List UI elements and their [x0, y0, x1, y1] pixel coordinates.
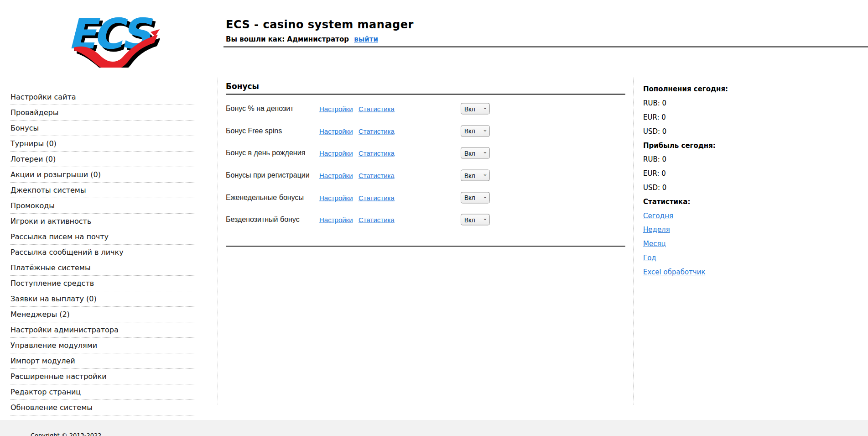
bonus-list: Бонус % на депозит Настройки Статистика …	[226, 98, 625, 231]
bonus-row-registration: Бонусы при регистрации Настройки Статист…	[226, 164, 625, 187]
section-title: Бонусы	[226, 82, 259, 91]
bonus-toggle-select[interactable]: Вкл	[461, 147, 490, 159]
bonus-label: Бонусы при регистрации	[226, 171, 310, 179]
sidebar-item-payout-requests[interactable]: Заявки на выплату (0)	[10, 291, 194, 307]
bonus-label: Бонус % на депозит	[226, 105, 294, 113]
stats-week-link[interactable]: Неделя	[643, 226, 670, 234]
statistics-link[interactable]: Статистика	[359, 149, 395, 157]
sidebar-item-promocodes[interactable]: Промокоды	[10, 198, 194, 214]
bonus-toggle-wrap: Вкл ⌄	[461, 103, 490, 115]
profit-today-title: Прибыль сегодня:	[643, 138, 794, 152]
bonus-toggle-select[interactable]: Вкл	[461, 214, 490, 226]
sidebar-item-module-import[interactable]: Импорт модулей	[10, 353, 194, 369]
sidebar-item-lotteries[interactable]: Лотереи (0)	[10, 152, 194, 167]
bonus-label: Бонус Free spins	[226, 127, 282, 135]
sidebar-item-players[interactable]: Игроки и активность	[10, 214, 194, 229]
bonus-toggle-select[interactable]: Вкл	[461, 192, 490, 203]
settings-link[interactable]: Настройки	[319, 127, 353, 135]
bonus-row-birthday: Бонус в день рождения Настройки Статисти…	[226, 142, 625, 164]
sidebar-item-module-manage[interactable]: Управление модулями	[10, 338, 194, 353]
deposits-today-title: Пополнения сегодня:	[643, 82, 794, 96]
sidebar-item-tournaments[interactable]: Турниры (0)	[10, 136, 194, 152]
statistics-link[interactable]: Статистика	[359, 127, 395, 135]
bonus-toggle-wrap: Вкл ⌄	[461, 192, 490, 203]
settings-link[interactable]: Настройки	[319, 216, 353, 224]
statistics-link[interactable]: Статистика	[359, 194, 395, 201]
deposits-eur: EUR: 0	[643, 110, 794, 125]
bonus-row-no-deposit: Бездепозитный бонус Настройки Статистика…	[226, 209, 625, 231]
footer: Copyright © 2013-2022	[0, 420, 868, 436]
stats-excel-link[interactable]: Excel обработчик	[643, 268, 705, 276]
right-divider	[633, 78, 634, 405]
bonus-row-weekly: Еженедельные бонусы Настройки Статистика…	[226, 186, 625, 209]
bonus-row-deposit-percent: Бонус % на депозит Настройки Статистика …	[226, 98, 625, 120]
section-bottom-divider	[226, 246, 625, 247]
sidebar-item-admin-settings[interactable]: Настройки администратора	[10, 322, 194, 338]
stats-today-link[interactable]: Сегодня	[643, 212, 673, 220]
settings-link[interactable]: Настройки	[319, 149, 353, 157]
sidebar-item-advanced[interactable]: Расширенные настройки	[10, 369, 194, 384]
bonus-toggle-select[interactable]: Вкл	[461, 125, 490, 137]
sidebar-item-incoming-funds[interactable]: Поступление средств	[10, 276, 194, 291]
bonus-toggle-wrap: Вкл ⌄	[461, 147, 490, 159]
section-title-divider	[226, 94, 625, 95]
bonus-toggle-select[interactable]: Вкл	[461, 103, 490, 115]
profit-eur: EUR: 0	[643, 167, 794, 181]
statistics-link[interactable]: Статистика	[359, 105, 395, 113]
stats-panel: Пополнения сегодня: RUB: 0 EUR: 0 USD: 0…	[643, 82, 794, 279]
ecs-logo[interactable]: ECS ECS	[63, 6, 160, 68]
settings-link[interactable]: Настройки	[319, 105, 353, 113]
ecs-logo-icon: ECS ECS	[63, 6, 160, 68]
sidebar-item-site-settings[interactable]: Настройки сайта	[10, 89, 194, 105]
bonus-toggle-wrap: Вкл ⌄	[461, 125, 490, 137]
settings-link[interactable]: Настройки	[319, 172, 353, 179]
bonus-label: Бонус в день рождения	[226, 149, 305, 157]
profit-rub: RUB: 0	[643, 152, 794, 167]
statistics-link[interactable]: Статистика	[359, 216, 395, 224]
sidebar-item-providers[interactable]: Провайдеры	[10, 105, 194, 121]
sidebar-item-jackpots[interactable]: Джекпоты системы	[10, 183, 194, 198]
deposits-usd: USD: 0	[643, 124, 794, 138]
sidebar-item-bonuses[interactable]: Бонусы	[10, 121, 194, 136]
login-status: Вы вошли как: Администратор выйти	[226, 35, 378, 43]
sidebar-item-managers[interactable]: Менеджеры (2)	[10, 307, 194, 322]
stats-month-link[interactable]: Месяц	[643, 240, 666, 248]
header-divider	[223, 46, 868, 47]
logout-link[interactable]: выйти	[354, 35, 378, 43]
sidebar-item-payment-systems[interactable]: Платёжные системы	[10, 260, 194, 276]
stats-year-link[interactable]: Год	[643, 254, 656, 262]
bonus-toggle-wrap: Вкл ⌄	[461, 214, 490, 226]
statistics-link[interactable]: Статистика	[359, 172, 395, 179]
sidebar-item-system-update[interactable]: Обновление системы	[10, 400, 194, 415]
login-status-text: Вы вошли как: Администратор	[226, 35, 349, 43]
profit-usd: USD: 0	[643, 181, 794, 195]
sidebar-item-page-editor[interactable]: Редактор страниц	[10, 384, 194, 400]
left-divider	[218, 78, 218, 405]
sidebar-item-email-mailing[interactable]: Рассылка писем на почту	[10, 229, 194, 245]
statistics-title: Статистика:	[643, 194, 794, 209]
bonus-label: Еженедельные бонусы	[226, 194, 304, 202]
deposits-rub: RUB: 0	[643, 96, 794, 110]
sidebar-item-pm-mailing[interactable]: Рассылка сообщений в личку	[10, 245, 194, 260]
copyright-text: Copyright © 2013-2022	[31, 432, 102, 436]
page-title: ECS - casino system manager	[226, 18, 414, 31]
bonus-label: Бездепозитный бонус	[226, 215, 300, 224]
bonus-row-free-spins: Бонус Free spins Настройки Статистика Вк…	[226, 120, 625, 142]
bonus-toggle-wrap: Вкл ⌄	[461, 170, 490, 181]
sidebar-item-promotions[interactable]: Акции и розыгрыши (0)	[10, 167, 194, 183]
bonus-toggle-select[interactable]: Вкл	[461, 170, 490, 181]
sidebar-nav: Настройки сайта Провайдеры Бонусы Турнир…	[10, 89, 194, 415]
settings-link[interactable]: Настройки	[319, 194, 353, 201]
page: ECS ECS ECS - casino system manager Вы в…	[0, 0, 868, 436]
